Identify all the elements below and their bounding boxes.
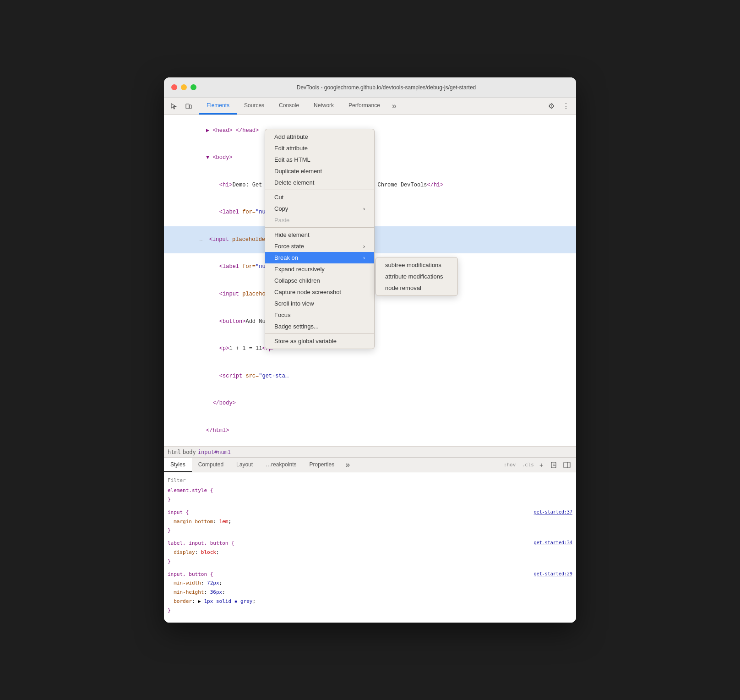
ctx-add-attribute[interactable]: Add attribute (265, 131, 374, 142)
svg-rect-2 (551, 462, 556, 468)
separator (265, 190, 374, 190)
ctx-expand-recursively[interactable]: Expand recursively (265, 263, 374, 275)
ctx-force-state[interactable]: Force state › (265, 241, 374, 252)
style-source-link[interactable]: get-started:37 (534, 508, 572, 516)
more-tabs-button[interactable]: » (387, 98, 401, 115)
ctx-edit-attribute[interactable]: Edit attribute (265, 142, 374, 154)
break-on-arrow-icon: › (363, 255, 365, 261)
ctx-edit-as-html[interactable]: Edit as HTML (265, 154, 374, 165)
tab-console[interactable]: Console (272, 98, 306, 115)
devtools-window: DevTools - googlechrome.github.io/devtoo… (164, 77, 576, 622)
breadcrumb-html[interactable]: html (168, 449, 181, 455)
maximize-button[interactable] (190, 84, 196, 90)
dom-line: </html> (164, 417, 576, 445)
ctx-copy[interactable]: Copy › (265, 203, 374, 214)
style-rule-input-button: input, button { get-started:29 min-width… (168, 570, 572, 615)
ctx-capture-screenshot[interactable]: Capture node screenshot (265, 286, 374, 298)
ctx-hide-element[interactable]: Hide element (265, 229, 374, 241)
dom-line: </body> (164, 390, 576, 417)
submenu-subtree-modifications[interactable]: subtree modifications (376, 259, 457, 271)
ctx-duplicate-element[interactable]: Duplicate element (265, 165, 374, 177)
copy-arrow-icon: › (363, 206, 365, 212)
tab-computed[interactable]: Computed (192, 458, 230, 472)
toolbar-icon-group (164, 98, 199, 115)
tab-properties[interactable]: Properties (303, 458, 341, 472)
svg-rect-3 (564, 462, 570, 468)
new-stylesheet-icon[interactable] (549, 459, 560, 470)
tab-elements[interactable]: Elements (199, 98, 237, 115)
style-filter-input[interactable] (168, 476, 572, 484)
device-toolbar-icon[interactable] (182, 100, 195, 113)
force-state-arrow-icon: › (363, 243, 365, 250)
dom-tag: <h1> (219, 182, 233, 188)
lower-panel-tabs: Styles Computed Layout …reakpoints Prope… (164, 458, 576, 472)
tab-breakpoints[interactable]: …reakpoints (259, 458, 303, 472)
tab-sources[interactable]: Sources (237, 98, 272, 115)
submenu-node-removal[interactable]: node removal (376, 282, 457, 294)
separator (265, 227, 374, 228)
break-on-submenu: subtree modifications attribute modifica… (375, 257, 458, 296)
style-rule-label-input-button: label, input, button { get-started:34 di… (168, 539, 572, 566)
tab-network[interactable]: Network (306, 98, 341, 115)
ctx-badge-settings[interactable]: Badge settings... (265, 321, 374, 332)
tab-layout[interactable]: Layout (230, 458, 259, 472)
svg-rect-0 (186, 104, 189, 109)
breadcrumb-body[interactable]: body (183, 449, 196, 455)
breadcrumb-input[interactable]: input#num1 (198, 449, 231, 455)
context-menu-wrapper: Add attribute Edit attribute Edit as HTM… (265, 129, 458, 349)
toggle-sidebar-icon[interactable] (561, 459, 572, 470)
dom-tag: ▼ <body> (206, 154, 233, 161)
svg-rect-1 (190, 105, 191, 109)
minimize-button[interactable] (181, 84, 187, 90)
dom-tag: ▶ <head> </head> (206, 127, 259, 134)
separator (265, 334, 374, 334)
ctx-scroll-into-view[interactable]: Scroll into view (265, 298, 374, 309)
ctx-collapse-children[interactable]: Collapse children (265, 275, 374, 286)
style-rule-input: input { get-started:37 margin-bottom: 1e… (168, 508, 572, 535)
ctx-cut[interactable]: Cut (265, 191, 374, 203)
toolbar-right-icons: ⚙ ⋮ (541, 98, 576, 115)
style-source-link[interactable]: get-started:29 (534, 570, 572, 578)
ctx-paste[interactable]: Paste (265, 214, 374, 226)
close-button[interactable] (171, 84, 177, 90)
lower-panel: Styles Computed Layout …reakpoints Prope… (164, 458, 576, 622)
more-lower-tabs[interactable]: » (341, 458, 354, 472)
tab-performance[interactable]: Performance (341, 98, 387, 115)
ctx-store-global-variable[interactable]: Store as global variable (265, 335, 374, 347)
style-rule-element: element.style { } (168, 486, 572, 504)
settings-icon[interactable]: ⚙ (545, 100, 558, 113)
devtools-main: ▶ <head> </head> ▼ <body> <h1>Demo: Get … (164, 115, 576, 622)
dom-tag: <label (219, 209, 239, 215)
titlebar: DevTools - googlechrome.github.io/devtoo… (164, 77, 576, 98)
select-element-icon[interactable] (168, 100, 180, 113)
styles-actions: :hov .cls + (500, 458, 576, 472)
dom-line: <script src="get-sta… (164, 363, 576, 390)
devtools-toolbar: Elements Sources Console Network Perform… (164, 98, 576, 115)
window-title: DevTools - googlechrome.github.io/devtoo… (204, 84, 569, 91)
submenu-attribute-modifications[interactable]: attribute modifications (376, 271, 457, 282)
ctx-break-on[interactable]: Break on › (265, 252, 374, 263)
styles-panel: element.style { } input { get-started:37… (164, 472, 576, 622)
tab-styles[interactable]: Styles (164, 458, 192, 472)
style-source-link[interactable]: get-started:34 (534, 539, 572, 547)
window-controls (171, 84, 196, 90)
ctx-focus[interactable]: Focus (265, 309, 374, 321)
toolbar-tabs: Elements Sources Console Network Perform… (199, 98, 541, 115)
ctx-delete-element[interactable]: Delete element (265, 177, 374, 188)
breadcrumb: html body input#num1 (164, 447, 576, 458)
context-menu: Add attribute Edit attribute Edit as HTM… (265, 129, 375, 349)
add-style-rule-icon[interactable]: + (536, 459, 547, 470)
more-options-icon[interactable]: ⋮ (560, 100, 572, 113)
